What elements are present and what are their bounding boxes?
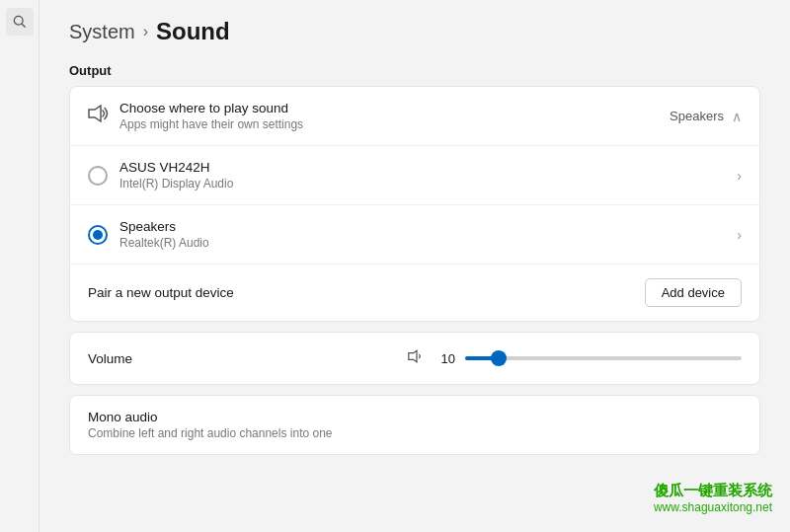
current-output-label: Speakers [670,109,724,123]
svg-marker-5 [409,350,417,361]
speakers-name: Speakers [119,219,737,234]
breadcrumb-current: Sound [156,18,230,45]
chevron-right-speakers: › [737,227,742,243]
choose-output-text: Choose where to play sound Apps might ha… [119,101,670,131]
choose-output-right: Speakers ∧ [670,109,742,124]
add-device-button[interactable]: Add device [645,278,742,307]
volume-label: Volume [88,351,206,366]
breadcrumb: System › Sound [69,18,760,45]
radio-asus[interactable] [88,166,108,186]
volume-slider[interactable] [465,356,742,360]
choose-output-subtitle: Apps might have their own settings [119,117,670,131]
speakers-text: Speakers Realtek(R) Audio [119,219,737,250]
asus-driver: Intel(R) Display Audio [119,177,737,190]
chevron-right-asus: › [737,168,742,184]
output-section-title: Output [69,63,760,78]
device-row-speakers[interactable]: Speakers Realtek(R) Audio › [70,205,759,265]
breadcrumb-separator: › [143,23,148,40]
sidebar [0,0,40,532]
radio-inner-speakers [93,230,103,240]
choose-output-title: Choose where to play sound [119,101,670,115]
volume-value: 10 [435,351,455,366]
slider-track [465,356,742,360]
watermark-line1: 傻瓜一键重装系统 [654,482,772,500]
mono-audio-card: Mono audio Combine left and right audio … [69,395,760,455]
breadcrumb-system[interactable]: System [69,21,135,43]
chevron-up-icon: ∧ [732,109,742,124]
device-row-asus[interactable]: ASUS VH242H Intel(R) Display Audio › [70,146,759,205]
radio-speakers[interactable] [88,225,108,245]
volume-card: Volume 10 [69,332,760,385]
pair-output-row: Pair a new output device Add device [70,265,759,321]
speakers-driver: Realtek(R) Audio [119,236,737,250]
watermark-line2: www.shaguaxitong.net [654,500,772,514]
mono-audio-subtitle: Combine left and right audio channels in… [88,426,742,440]
pair-output-label: Pair a new output device [88,285,234,300]
sidebar-search-button[interactable] [6,8,34,36]
main-content: System › Sound Output Choose where to pl… [40,0,790,532]
choose-output-row[interactable]: Choose where to play sound Apps might ha… [70,87,759,146]
speaker-icon [88,105,119,127]
asus-name: ASUS VH242H [119,160,737,175]
watermark: 傻瓜一键重装系统 www.shaguaxitong.net [654,482,772,514]
mono-audio-title: Mono audio [88,410,742,424]
asus-text: ASUS VH242H Intel(R) Display Audio [119,160,737,190]
svg-marker-2 [89,106,101,121]
output-card: Choose where to play sound Apps might ha… [69,86,760,322]
volume-controls: 10 [206,348,742,368]
slider-thumb[interactable] [491,350,507,366]
svg-line-1 [22,24,25,27]
volume-icon [408,348,426,368]
